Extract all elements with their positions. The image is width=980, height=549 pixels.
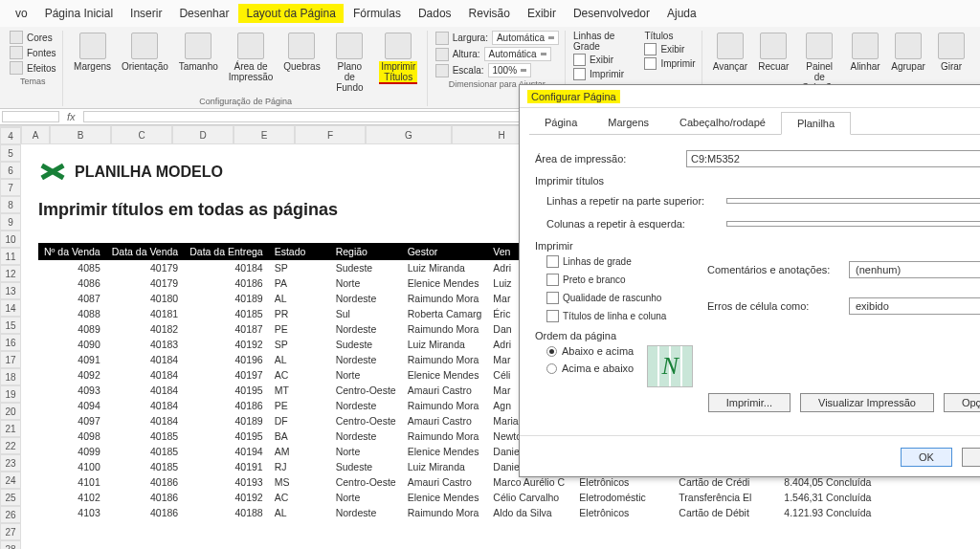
menu-item[interactable]: Desenhar bbox=[171, 4, 236, 23]
table-row[interactable]: 41034018640188ALNordesteRaimundo MoraAld… bbox=[38, 505, 883, 520]
menu-item[interactable]: Dados bbox=[411, 4, 459, 23]
row-header[interactable]: 4 bbox=[0, 127, 21, 144]
ribbon-btn-girar[interactable]: Girar bbox=[932, 31, 970, 74]
col-header[interactable]: C bbox=[111, 125, 172, 144]
ribbon-btn-titulos[interactable]: ImprimirTítulos bbox=[376, 31, 421, 86]
themes-colors[interactable]: Cores bbox=[27, 33, 53, 43]
order-down-radio[interactable]: Abaixo e acima bbox=[546, 345, 634, 357]
recuar-icon bbox=[760, 33, 787, 59]
ribbon-btn-area[interactable]: Área deImpressão bbox=[225, 31, 277, 84]
gridlines-print-check[interactable]: Imprimir bbox=[573, 68, 631, 80]
row-header[interactable]: 20 bbox=[0, 403, 21, 420]
row-header[interactable]: 8 bbox=[0, 196, 21, 213]
ribbon-btn-alinhar[interactable]: Alinhar bbox=[846, 31, 884, 74]
name-box[interactable] bbox=[2, 111, 59, 122]
menu-item[interactable]: vo bbox=[8, 4, 35, 23]
ribbon-btn-avancar[interactable]: Avançar bbox=[710, 31, 751, 74]
ribbon-btn-quebras[interactable]: Quebras bbox=[280, 31, 323, 74]
col-header[interactable]: D bbox=[172, 125, 234, 144]
cols-repeat-label: Colunas a repetir à esquerda: bbox=[546, 218, 719, 230]
col-header[interactable]: E bbox=[234, 125, 295, 144]
row-header[interactable]: 25 bbox=[0, 489, 21, 506]
row-header[interactable]: 14 bbox=[0, 299, 21, 317]
menu-item[interactable]: Exibir bbox=[520, 4, 564, 23]
ribbon-btn-fundo[interactable]: Plano deFundo bbox=[327, 31, 371, 95]
menu-item[interactable]: Página Inicial bbox=[37, 4, 121, 23]
comments-combo[interactable]: (nenhum) bbox=[849, 261, 980, 278]
row-header[interactable]: 11 bbox=[0, 248, 21, 265]
titles-print-check[interactable]: Imprimir bbox=[644, 57, 695, 70]
menu-item[interactable]: Revisão bbox=[461, 4, 518, 23]
alinhar-icon bbox=[852, 33, 879, 59]
dialog-preview-button[interactable]: Visualizar Impressão bbox=[800, 393, 934, 412]
row-header[interactable]: 23 bbox=[0, 454, 21, 472]
dialog-ok-button[interactable]: OK bbox=[901, 448, 952, 467]
menu-item[interactable]: Ajuda bbox=[659, 4, 704, 23]
themes-fonts[interactable]: Fontes bbox=[27, 48, 56, 58]
menu-item[interactable]: Desenvolvedor bbox=[566, 4, 657, 23]
row-header[interactable]: 21 bbox=[0, 420, 21, 437]
ribbon-btn-margens[interactable]: Margens bbox=[71, 31, 115, 74]
print-option-check[interactable]: Qualidade de rascunho bbox=[546, 292, 690, 304]
order-across-radio[interactable]: Acima e abaixo bbox=[546, 362, 634, 374]
page-order-icon: N bbox=[647, 345, 693, 387]
ribbon-btn-recuar[interactable]: Recuar bbox=[754, 31, 792, 74]
row-header[interactable]: 6 bbox=[0, 162, 21, 179]
dialog-tab[interactable]: Página bbox=[529, 112, 592, 134]
print-titles-label: Imprimir títulos bbox=[535, 175, 980, 187]
dialog-cancel-button[interactable]: Cancelar bbox=[962, 448, 980, 467]
row-header[interactable]: 19 bbox=[0, 385, 21, 403]
row-header[interactable]: 10 bbox=[0, 231, 21, 248]
dialog-tab[interactable]: Margens bbox=[592, 112, 664, 134]
themes-effects[interactable]: Efeitos bbox=[27, 63, 56, 74]
ribbon-btn-orientacao[interactable]: Orientação bbox=[119, 31, 172, 74]
dialog-options-button[interactable]: Opções... bbox=[944, 393, 980, 412]
dialog-print-button[interactable]: Imprimir... bbox=[708, 393, 791, 412]
gridlines-title: Linhas de Grade bbox=[573, 31, 631, 52]
row-header[interactable]: 15 bbox=[0, 317, 21, 334]
col-header[interactable]: F bbox=[295, 125, 366, 144]
rows-repeat-input[interactable] bbox=[726, 198, 980, 204]
row-header[interactable]: 7 bbox=[0, 179, 21, 196]
width-combo[interactable]: Automática bbox=[492, 31, 559, 45]
row-header[interactable]: 5 bbox=[0, 144, 21, 162]
row-header[interactable]: 22 bbox=[0, 437, 21, 454]
row-header[interactable]: 17 bbox=[0, 351, 21, 368]
row-header[interactable]: 16 bbox=[0, 334, 21, 351]
dialog-tab[interactable]: Cabeçalho/rodapé bbox=[664, 112, 781, 134]
row-header[interactable]: 13 bbox=[0, 282, 21, 299]
col-header[interactable]: A bbox=[21, 125, 50, 144]
table-row[interactable]: 41024018640192ACNorteElenice MendesCélio… bbox=[38, 490, 883, 505]
width-icon bbox=[435, 32, 449, 45]
row-header[interactable]: 24 bbox=[0, 472, 21, 489]
dialog-tab[interactable]: Planilha bbox=[781, 112, 851, 135]
print-option-check[interactable]: Títulos de linha e coluna bbox=[546, 310, 690, 322]
print-area-input[interactable]: C9:M5352 bbox=[686, 150, 980, 167]
print-option-check[interactable]: Preto e branco bbox=[546, 274, 690, 286]
cols-repeat-input[interactable] bbox=[726, 221, 980, 227]
scale-combo[interactable]: 100% bbox=[488, 63, 532, 77]
errors-combo[interactable]: exibido bbox=[849, 297, 980, 315]
fx-icon[interactable]: fx bbox=[61, 109, 81, 124]
height-label: Altura: bbox=[453, 49, 480, 59]
menu-item[interactable]: Layout da Página bbox=[238, 4, 343, 23]
print-options-label: Imprimir bbox=[535, 240, 980, 252]
row-header[interactable]: 27 bbox=[0, 523, 21, 540]
menu-item[interactable]: Fórmulas bbox=[345, 4, 409, 23]
row-header[interactable]: 28 bbox=[0, 540, 21, 549]
titles-show-check[interactable]: Exibir bbox=[644, 43, 695, 55]
height-combo[interactable]: Automática bbox=[484, 47, 551, 61]
gridlines-show-check[interactable]: Exibir bbox=[573, 54, 631, 66]
margens-icon bbox=[79, 33, 106, 59]
col-header[interactable]: G bbox=[366, 125, 452, 144]
print-option-check[interactable]: Linhas de grade bbox=[546, 255, 690, 268]
row-header[interactable]: 9 bbox=[0, 213, 21, 231]
ribbon-btn-tamanho[interactable]: Tamanho bbox=[175, 31, 221, 74]
menu-item[interactable]: Inserir bbox=[122, 4, 169, 23]
row-header[interactable]: 12 bbox=[0, 265, 21, 282]
col-header[interactable]: B bbox=[50, 125, 111, 144]
orientacao-icon bbox=[131, 33, 158, 59]
row-header[interactable]: 26 bbox=[0, 506, 21, 523]
row-header[interactable]: 18 bbox=[0, 368, 21, 385]
ribbon-btn-agrupar[interactable]: Agrupar bbox=[888, 31, 928, 74]
